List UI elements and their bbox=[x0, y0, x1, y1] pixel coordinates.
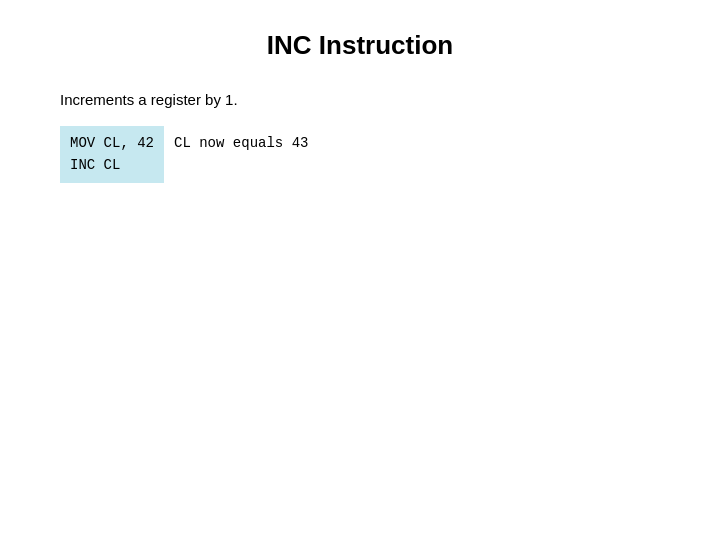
description-text: Increments a register by 1. bbox=[60, 91, 660, 108]
code-comment: CL now equals 43 bbox=[164, 126, 318, 160]
page-title: INC Instruction bbox=[60, 20, 660, 61]
page-container: INC Instruction Increments a register by… bbox=[0, 0, 720, 540]
code-section: MOV CL, 42 INC CL CL now equals 43 bbox=[60, 126, 660, 183]
code-block: MOV CL, 42 INC CL bbox=[60, 126, 164, 183]
code-line-2: INC CL bbox=[70, 154, 154, 176]
code-line-1: MOV CL, 42 bbox=[70, 132, 154, 154]
